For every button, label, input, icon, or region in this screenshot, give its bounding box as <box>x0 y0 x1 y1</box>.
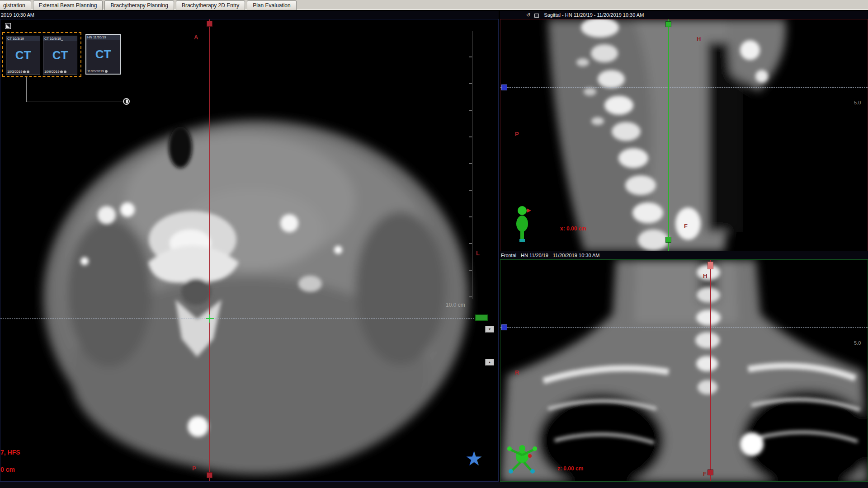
series-thumbnail-label: CT 10/9/19_ <box>43 36 77 41</box>
tab-brachytherapy-2d-entry[interactable]: Brachytherapy 2D Entry <box>176 0 245 10</box>
workspace-tab-bar: gistration External Beam Planning Brachy… <box>0 0 868 10</box>
axial-crosshair-vertical[interactable] <box>209 19 210 481</box>
orientation-left: L <box>476 250 480 257</box>
orientation-posterior: P <box>515 131 519 137</box>
select-series-icon[interactable] <box>5 23 11 29</box>
series-status-icon <box>23 70 26 73</box>
crosshair-handle-top[interactable] <box>207 21 212 27</box>
crosshair-handle-left[interactable] <box>501 324 507 330</box>
frontal-viewport-title: Frontal - HN 11/20/19 - 11/20/2019 10:30… <box>500 253 600 258</box>
slice-scroll-up-button[interactable]: ▴ <box>485 359 494 366</box>
tab-plan-evaluation[interactable]: Plan Evaluation <box>247 0 296 10</box>
slice-status-text: 7, HFS <box>0 449 20 456</box>
series-thumbnail-ct-10-9[interactable]: CT 10/9/19_ CT 10/9/2019 <box>43 36 77 75</box>
crosshair-handle-bottom[interactable] <box>708 469 713 475</box>
series-thumbnail-label: CT 10/3/19 <box>6 36 40 41</box>
series-modality-label: CT <box>6 41 40 69</box>
orientation-right: R <box>515 369 519 376</box>
patient-orientation-figure-icon <box>514 205 532 245</box>
plane-position-label: z: 0.00 cm <box>557 465 583 472</box>
axial-viewport: 2019 10:30 AM <box>0 11 499 482</box>
sagittal-ct-image <box>532 19 830 251</box>
orientation-feet: F <box>684 223 688 230</box>
sagittal-viewport-header: ↺ Sagittal - HN 11/20/19 - 11/20/2019 10… <box>500 11 868 19</box>
tab-registration[interactable]: gistration <box>0 0 31 10</box>
frontal-crosshair-vertical[interactable] <box>710 260 711 481</box>
crosshair-handle-bottom[interactable] <box>207 472 212 478</box>
sagittal-viewport-title: Sagittal - HN 11/20/19 - 11/20/2019 10:3… <box>544 12 644 18</box>
frontal-viewport: Frontal - HN 11/20/19 - 11/20/2019 10:30… <box>500 251 868 482</box>
tab-brachytherapy-planning[interactable]: Brachytherapy Planning <box>104 0 174 10</box>
frontal-ct-canvas[interactable]: H R F z: 0.00 cm 5.0 <box>500 259 868 482</box>
crosshair-handle-top[interactable] <box>708 262 713 269</box>
axial-viewport-header: 2019 10:30 AM <box>0 11 499 19</box>
series-thumbnail-hn-11-20[interactable]: HN 11/20/19 CT 11/20/2019 <box>85 34 121 75</box>
series-date: 10/9/2019 <box>44 70 59 74</box>
tab-external-beam-planning[interactable]: External Beam Planning <box>33 0 103 10</box>
orientation-head: H <box>703 272 707 279</box>
series-modality-label: CT <box>86 40 120 69</box>
sagittal-ct-canvas[interactable]: H P F x: 0.00 cm 5.0 <box>500 19 868 251</box>
sagittal-viewport: ↺ Sagittal - HN 11/20/19 - 11/20/2019 10… <box>500 11 868 251</box>
sagittal-crosshair-horizontal[interactable] <box>500 87 868 88</box>
crosshair-center-icon <box>206 318 214 319</box>
reset-view-icon[interactable]: ↺ <box>526 11 530 19</box>
series-date: 11/20/2019 <box>87 69 104 73</box>
patient-orientation-figure-icon <box>504 442 538 474</box>
axial-viewport-title: 2019 10:30 AM <box>0 12 34 18</box>
crosshair-handle-top[interactable] <box>665 21 671 27</box>
frontal-crosshair-horizontal[interactable] <box>500 327 868 328</box>
axial-ct-image <box>34 94 480 480</box>
series-status-icon <box>105 70 108 73</box>
sagittal-crosshair-vertical[interactable] <box>668 19 669 251</box>
series-modality-label: CT <box>43 41 77 69</box>
slice-scroll-down-button[interactable]: ▾ <box>485 326 494 333</box>
bottom-status-bar <box>0 482 868 488</box>
series-status-icon <box>60 70 63 73</box>
series-date: 10/3/2019 <box>7 70 22 74</box>
series-status-icon <box>27 70 29 73</box>
ruler-label: 10.0 cm <box>446 302 465 308</box>
series-thumbnail-ct-10-3[interactable]: CT 10/3/19 CT 10/3/2019 <box>6 36 40 75</box>
scale-label: 5.0 <box>854 100 861 105</box>
scale-label: 5.0 <box>854 340 861 346</box>
series-thumbnail-label: HN 11/20/19 <box>86 35 120 40</box>
float-window-icon[interactable] <box>534 14 539 18</box>
plane-position-label: x: 0.00 cm <box>560 225 586 232</box>
orientation-head: H <box>697 36 701 42</box>
crosshair-handle-bottom[interactable] <box>665 237 671 243</box>
orientation-posterior: P <box>192 465 196 472</box>
frontal-ct-image <box>500 260 868 482</box>
star-icon[interactable]: ★ <box>465 449 483 469</box>
orientation-feet: F <box>703 470 707 477</box>
axial-ct-canvas[interactable]: CT 10/3/19 CT 10/3/2019 CT 10/9/19_ CT 1… <box>0 19 499 482</box>
slice-position-text: 0 cm <box>0 466 15 473</box>
series-status-icon <box>64 70 66 73</box>
orientation-anterior: A <box>194 34 198 41</box>
ruler <box>472 31 472 299</box>
registration-connector-line <box>26 77 27 102</box>
crosshair-handle-right[interactable] <box>475 314 488 321</box>
crosshair-handle-left[interactable] <box>501 84 507 90</box>
registration-connector-line <box>26 102 124 102</box>
registration-link-icon[interactable] <box>123 98 130 105</box>
frontal-viewport-header: Frontal - HN 11/20/19 - 11/20/2019 10:30… <box>500 251 868 259</box>
axial-crosshair-horizontal[interactable] <box>0 318 474 319</box>
